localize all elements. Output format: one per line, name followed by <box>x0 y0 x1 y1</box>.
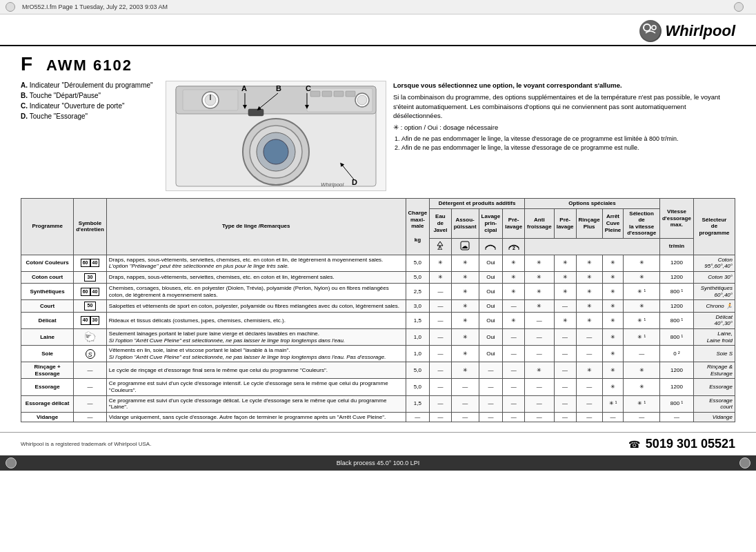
prog-name: Vidange <box>21 412 74 422</box>
prog-pre-lavage: — <box>554 412 576 422</box>
prog-charge: 1,0 <box>406 328 430 345</box>
table-row: Rinçage + Essorage — Le cycle de rinçage… <box>21 362 735 379</box>
prog-lavage: — <box>479 412 503 422</box>
prog-assou: — <box>451 379 479 395</box>
th-eau-javel-icon: ⚠ <box>430 238 452 255</box>
prog-selection: ✳ <box>624 255 660 271</box>
prog-selector: Vidange <box>693 412 735 422</box>
prog-selection: — <box>624 412 660 422</box>
prog-name: Essorage délicat <box>21 395 74 412</box>
th-lavage: Lavageprin-cipal <box>479 208 503 238</box>
main-content: F AWM 6102 A. Indicateur "Déroulement du… <box>0 46 756 429</box>
th-type: Type de linge /Remarques <box>106 199 406 255</box>
prog-name: Délicat <box>21 312 74 328</box>
prog-type: Draps, nappes, sous-vêtements, serviette… <box>106 271 406 283</box>
prog-lavage: Oui <box>479 328 503 345</box>
prog-selector: Rinçage &Esturage <box>693 362 735 379</box>
prog-selector: Synthétiques60°,40° <box>693 284 735 300</box>
prog-type: Salopettes et vêtements de sport en coto… <box>106 300 406 312</box>
prog-charge: 1,0 <box>406 346 430 362</box>
svg-point-19 <box>263 139 288 164</box>
prog-selector: Délicat40°,30° <box>693 312 735 328</box>
th-pre-lavage2: Pré-lavage <box>554 208 576 238</box>
table-row: Soie S Vêtements en lin, soie, laine et … <box>21 346 735 362</box>
prog-anti-froissage: — <box>525 412 555 422</box>
svg-text:Whirlpool: Whirlpool <box>321 181 344 188</box>
prog-type: Ce programme est suivi d'un cycle d'esso… <box>106 395 406 412</box>
prog-arret-cuve: ✳ ¹ <box>602 395 624 412</box>
registration-marks <box>6 2 15 12</box>
prog-symbol: — <box>74 412 107 422</box>
prog-pre: ✳ <box>503 284 525 300</box>
prog-type: Le cycle de rinçage et d'essorage final … <box>106 362 406 379</box>
prog-vitesse: 1200 <box>659 255 693 271</box>
prog-arret-cuve: ✳ <box>602 312 624 328</box>
prog-type: Chemises, corsages, blouses, etc. en pol… <box>106 284 406 300</box>
prog-anti-froissage: — <box>525 379 555 395</box>
prog-arret-cuve: ✳ <box>602 255 624 271</box>
th-selection: Sélection dela vitessed'essorage <box>624 208 660 238</box>
prog-charge: 5,0 <box>406 379 430 395</box>
corner-circle-1 <box>6 457 17 469</box>
prog-eau-javel: — <box>430 312 452 328</box>
prog-anti-froissage: — <box>525 312 555 328</box>
prog-eau-javel: — <box>430 379 452 395</box>
prog-type: Ce programme est suivi d'un cycle d'esso… <box>106 379 406 395</box>
prog-assou: ✳ <box>451 271 479 283</box>
prog-rincage-plus: — <box>576 395 602 412</box>
bottom-bar: Whirlpool is a registered trademark of W… <box>0 432 756 455</box>
reg-circle-1 <box>6 2 15 12</box>
prog-rincage-plus: — <box>576 379 602 395</box>
top-bar: MrO552.I.fm Page 1 Tuesday, July 22, 200… <box>0 0 756 14</box>
desc-para2: Si la combinaison du programme, des opti… <box>393 92 735 120</box>
very-bottom-text: Black process 45.0° 100.0 LPI <box>337 460 420 466</box>
prog-arret-cuve: ✳ <box>602 379 624 395</box>
table-row: Essorage — Ce programme est suivi d'un c… <box>21 379 735 395</box>
prog-lavage: Oui <box>479 284 503 300</box>
th-assou-icon: ☁ <box>451 238 479 255</box>
prog-lavage: Oui <box>479 255 503 271</box>
prog-symbol: 30 <box>74 271 107 283</box>
prog-charge: 2,5 <box>406 284 430 300</box>
prog-assou: ✳ <box>451 284 479 300</box>
prog-symbol: 4030 <box>74 312 107 328</box>
prog-vitesse: 800 ¹ <box>659 328 693 345</box>
page: MrO552.I.fm Page 1 Tuesday, July 22, 200… <box>0 0 756 552</box>
prog-vitesse: 800 ¹ <box>659 284 693 300</box>
th-vitesse: Vitessed'essoragemax. <box>659 199 693 239</box>
prog-symbol: 6040 <box>74 284 107 300</box>
prog-anti-froissage: ✳ <box>525 300 555 312</box>
prog-rincage-plus: — <box>576 328 602 345</box>
prog-arret-cuve: ✳ <box>602 328 624 345</box>
trademark-text: Whirlpool is a registered trademark of W… <box>21 441 151 447</box>
header: Whirlpool <box>0 14 756 46</box>
table-row: Coton court 30 Draps, nappes, sous-vêtem… <box>21 271 735 283</box>
whirlpool-logo: Whirlpool <box>639 20 735 42</box>
prog-anti-froissage: — <box>525 328 555 345</box>
prog-selection: ✳ ¹ <box>624 284 660 300</box>
prog-pre-lavage: — <box>554 362 576 379</box>
barcode-area: ☎ 5019 301 05521 <box>628 437 735 451</box>
prog-pre: ✳ <box>503 312 525 328</box>
prog-pre: — <box>503 395 525 412</box>
prog-arret-cuve: ✳ <box>602 346 624 362</box>
whirlpool-logo-text: Whirlpool <box>666 22 735 40</box>
prog-charge: 1,5 <box>406 395 430 412</box>
prog-selector: Coton95°,60°,40° <box>693 255 735 271</box>
svg-text:☁: ☁ <box>461 243 468 250</box>
prog-selector: Coton 30° <box>693 271 735 283</box>
label-c: C. Indicateur "Ouverture de porte" <box>21 101 159 110</box>
prog-pre: — <box>503 328 525 345</box>
prog-anti-froissage: ✳ <box>525 284 555 300</box>
prog-assou: ✳ <box>451 328 479 345</box>
prog-symbol: 🐑 <box>74 328 107 345</box>
prog-selection: ✳ <box>624 271 660 283</box>
th-options-empty <box>525 238 660 255</box>
prog-rincage-plus: ✳ <box>576 300 602 312</box>
phone-icon: ☎ <box>628 439 640 450</box>
prog-selector: Chrono 🏃 <box>693 300 735 312</box>
prog-lavage: Oui <box>479 312 503 328</box>
svg-rect-20 <box>248 109 263 116</box>
prog-anti-froissage: ✳ <box>525 271 555 283</box>
th-arret-cuve: ArrêtCuvePleine <box>602 208 624 238</box>
